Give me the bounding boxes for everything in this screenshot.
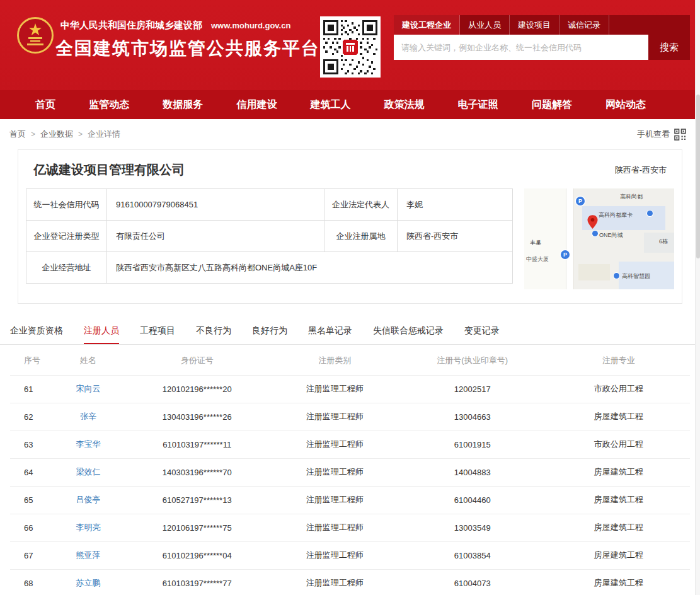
cell-id: 610103197******11 (122, 430, 272, 458)
reg-type-label: 企业登记注册类型 (26, 221, 107, 252)
cell-major: 房屋建筑工程 (547, 486, 690, 514)
tab-qualifications[interactable]: 企业资质资格 (10, 318, 63, 344)
person-name-link[interactable]: 李明亮 (76, 523, 101, 532)
detail-tabs: 企业资质资格 注册人员 工程项目 不良行为 良好行为 黑名单记录 失信联合惩戒记… (0, 318, 700, 345)
cell-major: 房屋建筑工程 (547, 458, 690, 486)
table-row: 61 宋向云 120102196******20 注册监理工程师 1200251… (10, 375, 690, 403)
cell-no: 61 (10, 375, 54, 403)
company-body: 统一社会信用代码 916100007979068451 企业法定代表人 李妮 企… (26, 188, 674, 289)
page-scrollbar[interactable] (695, 0, 700, 595)
parking-icon: P (561, 250, 570, 259)
breadcrumb-enterprise-data[interactable]: 企业数据 (40, 129, 73, 140)
cell-no: 65 (10, 486, 54, 514)
search-input[interactable] (394, 35, 648, 60)
main-nav: 首页 监管动态 数据服务 信用建设 建筑工人 政策法规 电子证照 问题解答 网站… (0, 90, 700, 119)
company-head: 亿诚建设项目管理有限公司 陕西省-西安市 (26, 161, 674, 178)
person-name-link[interactable]: 宋向云 (76, 384, 101, 393)
map-label-gaokeshangdu: 高科尚都 (620, 193, 643, 201)
cell-regno: 12002517 (398, 375, 547, 403)
reg-place-label: 企业注册属地 (324, 221, 398, 252)
scrollbar-thumb[interactable] (696, 95, 700, 258)
table-row: 62 张辛 130403196******26 注册监理工程师 13004663… (10, 403, 690, 430)
company-info-table: 统一社会信用代码 916100007979068451 企业法定代表人 李妮 企… (26, 188, 513, 284)
tab-change-records[interactable]: 变更记录 (464, 318, 500, 344)
tab-blacklist[interactable]: 黑名单记录 (308, 318, 352, 344)
col-header-name: 姓名 (54, 346, 122, 375)
person-name-link[interactable]: 苏立鹏 (76, 578, 101, 587)
cell-major: 房屋建筑工程 (547, 403, 690, 430)
breadcrumb-enterprise-detail: 企业详情 (88, 129, 120, 140)
nav-item-qa[interactable]: 问题解答 (532, 98, 572, 112)
table-row: 66 李明亮 120106197******75 注册监理工程师 1300354… (10, 514, 690, 541)
cell-category: 注册监理工程师 (272, 430, 398, 458)
reg-type-value: 有限责任公司 (107, 221, 324, 252)
cell-id: 140303196******70 (122, 458, 272, 486)
breadcrumb: 首页 > 企业数据 > 企业详情 手机查看 (0, 119, 700, 149)
cell-no: 64 (10, 458, 54, 486)
table-header-row: 序号 姓名 身份证号 注册类别 注册号(执业印章号) 注册专业 (10, 346, 690, 375)
ministry-name: 中华人民共和国住房和城乡建设部 (60, 20, 202, 30)
table-row: 64 梁效仁 140303196******70 注册监理工程师 1400488… (10, 458, 690, 486)
cell-category: 注册监理工程师 (272, 403, 398, 430)
cell-no: 68 (10, 569, 54, 595)
credit-code-label: 统一社会信用代码 (26, 189, 107, 221)
map-vertical-road (566, 188, 574, 289)
cell-no: 67 (10, 541, 54, 569)
mobile-view-button[interactable]: 手机查看 (637, 129, 686, 141)
tab-projects[interactable]: 工程项目 (140, 318, 175, 344)
cell-id: 120102196******20 (122, 375, 272, 403)
cell-category: 注册监理工程师 (272, 514, 398, 541)
cell-category: 注册监理工程师 (272, 486, 398, 514)
tab-bad-behavior[interactable]: 不良行为 (196, 318, 231, 344)
person-name-link[interactable]: 梁效仁 (76, 467, 101, 477)
breadcrumb-separator: > (78, 130, 83, 139)
search-tab-personnel[interactable]: 从业人员 (460, 15, 510, 35)
site-header: 中华人民共和国住房和城乡建设部www.mohurd.gov.cn 全国建筑市场监… (0, 0, 700, 90)
nav-item-site-news[interactable]: 网站动态 (605, 98, 646, 112)
cell-id: 610102196******04 (122, 541, 272, 569)
map-label-one: ONE尚城 (599, 231, 623, 240)
search-button[interactable]: 搜索 (648, 35, 690, 60)
nav-item-construction-workers[interactable]: 建筑工人 (311, 98, 351, 112)
nav-item-data-services[interactable]: 数据服务 (163, 98, 203, 112)
col-header-id: 身份证号 (122, 346, 272, 375)
search-tab-projects[interactable]: 建设项目 (510, 15, 559, 35)
map-label-moka: 高科尚都摩卡 (599, 211, 633, 219)
platform-title: 全国建筑市场监管公共服务平台 (55, 37, 320, 61)
search-tab-enterprise[interactable]: 建设工程企业 (394, 15, 460, 35)
ministry-name-row: 中华人民共和国住房和城乡建设部www.mohurd.gov.cn (60, 20, 290, 32)
cell-regno: 14004883 (398, 458, 547, 486)
cell-id: 130403196******26 (122, 403, 272, 430)
company-location-map[interactable]: P P 高科尚都 高科尚都摩卡 ONE尚城 6栋 丰巢 中盛大厦 高科智慧园 (524, 188, 674, 289)
nav-item-policies[interactable]: 政策法规 (384, 98, 425, 112)
nav-item-credit-building[interactable]: 信用建设 (236, 98, 277, 112)
company-card: 亿诚建设项目管理有限公司 陕西省-西安市 统一社会信用代码 9161000079… (18, 149, 682, 304)
search-tab-credit-records[interactable]: 诚信记录 (559, 15, 609, 35)
person-name-link[interactable]: 吕俊亭 (76, 495, 101, 504)
location-pin-icon (587, 215, 598, 232)
nav-item-regulatory-news[interactable]: 监管动态 (89, 98, 129, 112)
breadcrumb-home[interactable]: 首页 (9, 129, 26, 140)
person-name-link[interactable]: 李宝华 (76, 439, 101, 449)
cell-no: 63 (10, 430, 54, 458)
person-name-link[interactable]: 张辛 (80, 412, 96, 421)
cell-regno: 61003854 (398, 541, 547, 569)
cell-major: 市政公用工程 (547, 375, 690, 403)
person-name-link[interactable]: 熊亚萍 (76, 550, 101, 560)
national-emblem-logo (16, 16, 54, 54)
col-header-category: 注册类别 (272, 346, 398, 375)
nav-item-home[interactable]: 首页 (35, 98, 55, 112)
reg-place-value: 陕西省-西安市 (398, 221, 513, 252)
cell-major: 市政公用工程 (547, 430, 690, 458)
company-region: 陕西省-西安市 (615, 165, 667, 176)
tab-dishonesty-records[interactable]: 失信联合惩戒记录 (373, 318, 444, 344)
parking-icon: P (576, 197, 585, 205)
info-row: 企业经营地址 陕西省西安市高新区丈八五路高科尚都ONE尚城A座10F (26, 252, 513, 284)
table-row: 65 吕俊亭 610527197******13 注册监理工程师 6100446… (10, 486, 690, 514)
nav-item-e-certificates[interactable]: 电子证照 (458, 98, 498, 112)
table-row: 68 苏立鹏 610103197******77 注册监理工程师 6100407… (10, 569, 690, 595)
tab-good-behavior[interactable]: 良好行为 (252, 318, 287, 344)
tab-registered-personnel[interactable]: 注册人员 (84, 318, 119, 344)
breadcrumb-separator: > (31, 130, 35, 139)
header-search-area: 建设工程企业 从业人员 建设项目 诚信记录 搜索 (394, 15, 690, 60)
